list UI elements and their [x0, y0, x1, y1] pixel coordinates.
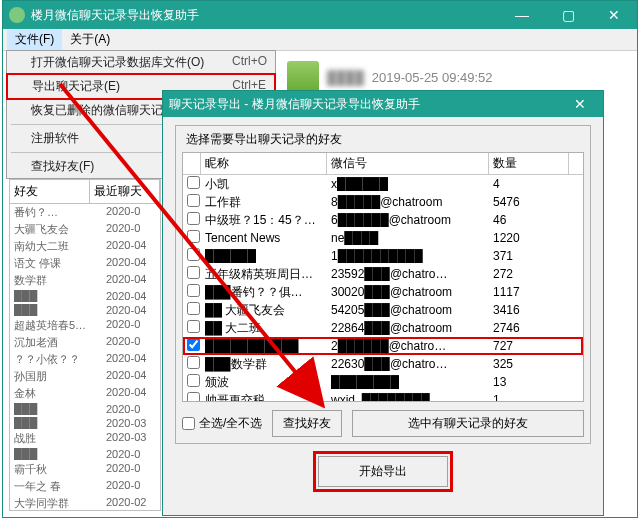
table-row[interactable]: 帅哥更交税wxid_████████1: [183, 391, 583, 402]
list-item[interactable]: ███2020-04: [10, 303, 160, 317]
avatar: [287, 61, 319, 93]
col-friend: 好友: [10, 180, 90, 203]
row-checkbox[interactable]: [187, 302, 200, 315]
row-checkbox[interactable]: [187, 284, 200, 297]
table-header: 眤称 微信号 数量: [183, 153, 583, 175]
table-row[interactable]: 小凯x██████4: [183, 175, 583, 193]
row-checkbox[interactable]: [187, 338, 200, 351]
table-row[interactable]: 中级班？15：45？…6██████@chatroom46: [183, 211, 583, 229]
list-item[interactable]: 番钓？…2020-0: [10, 204, 160, 221]
list-item[interactable]: ███2020-03: [10, 416, 160, 430]
dialog-close-button[interactable]: ✕: [557, 90, 603, 118]
table-row[interactable]: 五年级精英班周日…23592███@chatro…272: [183, 265, 583, 283]
find-friend-button[interactable]: 查找好友: [272, 410, 342, 437]
row-checkbox[interactable]: [187, 176, 200, 189]
row-checkbox[interactable]: [187, 266, 200, 279]
col-recent: 最近聊天: [90, 180, 160, 203]
list-item[interactable]: 孙国朋2020-04: [10, 368, 160, 385]
table-row[interactable]: ██ 大二班22864███@chatroom2746: [183, 319, 583, 337]
start-export-button[interactable]: 开始导出: [318, 456, 448, 487]
list-item[interactable]: 超越英培春5…2020-0: [10, 317, 160, 334]
export-dialog: 聊天记录导出 - 楼月微信聊天记录导出恢复助手 ✕ 选择需要导出聊天记录的好友 …: [162, 90, 604, 516]
row-checkbox[interactable]: [187, 356, 200, 369]
list-item[interactable]: ███2020-04: [10, 289, 160, 303]
app-icon: [9, 7, 25, 23]
close-button[interactable]: ✕: [591, 1, 637, 29]
menu-open-db[interactable]: 打开微信聊天记录数据库文件(O)Ctrl+O: [7, 51, 275, 74]
chat-name-blurred: ████: [327, 70, 364, 85]
header-count: 数量: [489, 153, 569, 174]
contacts-panel: 好友 最近聊天 番钓？…2020-0大疆飞友会2020-0南幼大二班2020-0…: [9, 179, 161, 511]
window-title: 楼月微信聊天记录导出恢复助手: [31, 7, 199, 24]
list-item[interactable]: 霸千秋2020-0: [10, 461, 160, 478]
header-wxid: 微信号: [327, 153, 489, 174]
table-row[interactable]: 工作群8█████@chatroom5476: [183, 193, 583, 211]
select-has-records-button[interactable]: 选中有聊天记录的好友: [352, 410, 584, 437]
table-row[interactable]: ██████1██████████371: [183, 247, 583, 265]
table-row[interactable]: 颁波████████13: [183, 373, 583, 391]
row-checkbox[interactable]: [187, 374, 200, 387]
list-item[interactable]: ███2020-0: [10, 402, 160, 416]
chat-timestamp: 2019-05-25 09:49:52: [372, 70, 493, 85]
menu-file[interactable]: 文件(F): [7, 29, 62, 50]
table-row[interactable]: ███番钓？？俱…30020███@chatroom1117: [183, 283, 583, 301]
table-row[interactable]: ███████████2██████@chatro…727: [183, 337, 583, 355]
fieldset-legend: 选择需要导出聊天记录的好友: [182, 131, 346, 148]
titlebar: 楼月微信聊天记录导出恢复助手 — ▢ ✕: [3, 1, 637, 29]
row-checkbox[interactable]: [187, 194, 200, 207]
row-checkbox[interactable]: [187, 320, 200, 333]
menu-about[interactable]: 关于(A): [62, 29, 118, 50]
list-item[interactable]: 战胜2020-03: [10, 430, 160, 447]
fieldset: 选择需要导出聊天记录的好友 眤称 微信号 数量 小凯x██████4工作群8██…: [175, 125, 591, 444]
list-item[interactable]: 语文 停课2020-04: [10, 255, 160, 272]
select-all-checkbox[interactable]: 全选/全不选: [182, 415, 262, 432]
row-checkbox[interactable]: [187, 392, 200, 402]
table-row[interactable]: ███数学群22630███@chatro…325: [183, 355, 583, 373]
list-item[interactable]: 沉加老酒2020-0: [10, 334, 160, 351]
header-nickname: 眤称: [201, 153, 327, 174]
list-item[interactable]: ？？小依？？2020-04: [10, 351, 160, 368]
row-checkbox[interactable]: [187, 230, 200, 243]
table-row[interactable]: Tencent Newsne████1220: [183, 229, 583, 247]
maximize-button[interactable]: ▢: [545, 1, 591, 29]
dialog-titlebar: 聊天记录导出 - 楼月微信聊天记录导出恢复助手 ✕: [163, 91, 603, 117]
menubar: 文件(F) 关于(A): [3, 29, 637, 51]
friend-table: 眤称 微信号 数量 小凯x██████4工作群8█████@chatroom54…: [182, 152, 584, 402]
list-item[interactable]: 南幼大二班2020-04: [10, 238, 160, 255]
row-checkbox[interactable]: [187, 212, 200, 225]
row-checkbox[interactable]: [187, 248, 200, 261]
table-row[interactable]: ██ 大疆飞友会54205███@chatroom3416: [183, 301, 583, 319]
list-item[interactable]: 一年之 春2020-0: [10, 478, 160, 495]
minimize-button[interactable]: —: [499, 1, 545, 29]
list-item[interactable]: 数学群2020-04: [10, 272, 160, 289]
list-item[interactable]: ███2020-0: [10, 447, 160, 461]
list-item[interactable]: 大疆飞友会2020-0: [10, 221, 160, 238]
list-item[interactable]: 金林2020-04: [10, 385, 160, 402]
list-item[interactable]: 大学同学群2020-02: [10, 495, 160, 511]
dialog-title: 聊天记录导出 - 楼月微信聊天记录导出恢复助手: [169, 96, 420, 113]
